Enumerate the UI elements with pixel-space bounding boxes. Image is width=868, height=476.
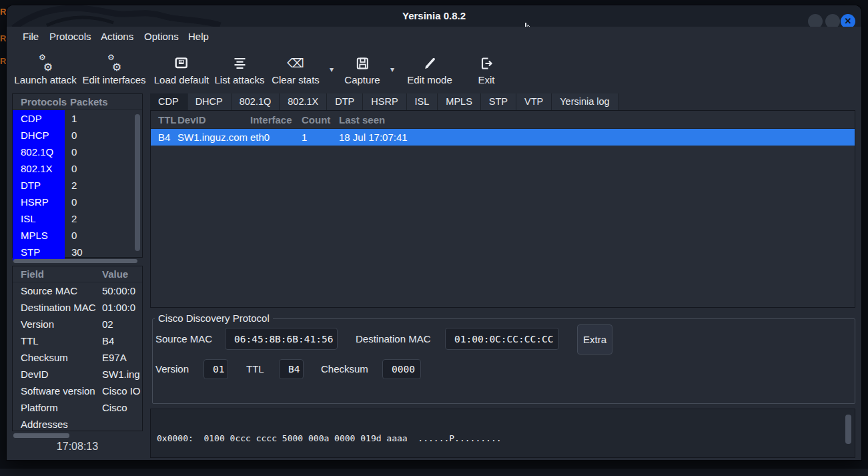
edit-interfaces-button[interactable]: ⚙⚙ Edit interfaces: [82, 54, 145, 85]
menubar: File Protocols Actions Options Help: [7, 27, 861, 46]
protocol-row-dhcp[interactable]: DHCP0: [13, 127, 142, 144]
yersinia-window: Yersinia 0.8.2 ✕ File Protocols Actions …: [7, 5, 861, 460]
clear-stats-button[interactable]: ⌫ Clear stats: [272, 54, 320, 85]
hexdump-text: 0x0000: 0100 0ccc cccc 5000 000a 0000 01…: [157, 413, 839, 453]
fields-horizontal-scrollbar[interactable]: [13, 433, 69, 438]
tab-8021x[interactable]: 802.1X: [280, 93, 327, 110]
field-row-checksum[interactable]: ChecksumE97A: [13, 349, 142, 366]
desktop-taskbar-strip: [0, 469, 868, 476]
field-row-devid[interactable]: DevIDSW1.ing: [13, 366, 142, 383]
desktop: RI RI RI Yersinia 0.8.2 ✕ File Protocols…: [0, 0, 868, 476]
protocols-horizontal-scrollbar[interactable]: [13, 259, 137, 263]
gears-icon: ⚙⚙: [38, 55, 53, 72]
protocols-vertical-scrollbar[interactable]: [135, 114, 140, 251]
tab-stp[interactable]: STP: [481, 93, 516, 110]
toolbar: ⚙⚙ Launch attack ⚙⚙ Edit interfaces: [7, 46, 861, 93]
launch-attack-button[interactable]: ⚙⚙ Launch attack: [14, 54, 76, 85]
titlebar[interactable]: Yersinia 0.8.2 ✕: [7, 5, 861, 27]
field-row-platform[interactable]: PlatformCisco: [13, 399, 142, 416]
tab-cdp[interactable]: CDP: [150, 93, 187, 110]
load-default-button[interactable]: Load default: [154, 54, 209, 85]
col-protocols: Protocols: [13, 96, 65, 107]
protocol-row-stp[interactable]: STP30: [13, 244, 142, 260]
tab-hsrp[interactable]: HSRP: [363, 93, 406, 110]
tab-8021q[interactable]: 802.1Q: [232, 93, 280, 110]
destination-mac-label: Destination MAC: [356, 333, 431, 345]
protocol-tabs: CDP DHCP 802.1Q 802.1X DTP HSRP ISL MPLS…: [150, 93, 618, 110]
menu-actions[interactable]: Actions: [101, 27, 133, 46]
destination-mac-field[interactable]: 01:00:0C:CC:CC:CC: [445, 328, 559, 350]
list-attacks-button[interactable]: List attacks: [214, 54, 264, 85]
col-value: Value: [102, 268, 128, 280]
menu-file[interactable]: File: [23, 27, 39, 46]
extra-button[interactable]: Extra: [577, 324, 612, 354]
capture-button[interactable]: Capture: [344, 54, 380, 85]
field-row-software-version[interactable]: Software versionCisco IO: [13, 383, 142, 399]
field-row-source-mac[interactable]: Source MAC50:00:0: [13, 282, 142, 299]
capture-dropdown-arrow[interactable]: ▾: [390, 65, 394, 74]
protocol-row-mpls[interactable]: MPLS0: [13, 227, 142, 244]
edit-mode-button[interactable]: Edit mode: [407, 54, 452, 85]
col-last-seen: Last seen: [339, 114, 855, 126]
menu-options[interactable]: Options: [144, 27, 179, 46]
tab-vtp[interactable]: VTP: [516, 93, 552, 110]
clock: 17:08:13: [12, 441, 143, 453]
close-button[interactable]: ✕: [841, 14, 855, 27]
exit-icon: [479, 56, 494, 71]
menu-help[interactable]: Help: [188, 27, 209, 46]
clear-stats-dropdown-arrow[interactable]: ▾: [330, 65, 334, 74]
source-mac-label: Source MAC: [155, 333, 212, 345]
fields-table-header: Field Value: [13, 266, 142, 282]
maximize-button[interactable]: [825, 14, 840, 27]
gears-icon: ⚙⚙: [107, 55, 121, 72]
hexdump-vertical-scrollbar[interactable]: [845, 415, 851, 444]
network-port-icon: [173, 55, 189, 71]
ttl-field[interactable]: B4: [279, 359, 304, 379]
exit-button[interactable]: Exit: [478, 54, 494, 85]
checksum-label: Checksum: [321, 363, 368, 375]
tab-dtp[interactable]: DTP: [327, 93, 363, 110]
minimize-button[interactable]: [808, 14, 823, 27]
ttl-label: TTL: [246, 363, 264, 375]
floppy-save-icon: [355, 56, 370, 71]
protocol-row-8021x[interactable]: 802.1X0: [13, 160, 142, 177]
list-icon: [232, 56, 247, 71]
cdp-frame-title: Cisco Discovery Protocol: [155, 312, 273, 324]
col-packets: Packets: [65, 96, 108, 107]
field-row-version[interactable]: Version02: [13, 316, 142, 332]
col-interface: Interface: [250, 114, 302, 126]
protocol-row-cdp[interactable]: CDP1: [13, 110, 142, 127]
packet-row-selected[interactable]: B4 SW1.inguz.com eth0 1 18 Jul 17:07:41: [151, 129, 855, 146]
tab-yersinia-log[interactable]: Yersinia log: [552, 93, 618, 110]
tab-isl[interactable]: ISL: [407, 93, 438, 110]
field-row-addresses[interactable]: Addresses: [13, 416, 142, 431]
hexdump-panel: 0x0000: 0100 0ccc cccc 5000 000a 0000 01…: [150, 409, 855, 458]
packet-table-header: TTL DevID Interface Count Last seen: [151, 111, 855, 129]
protocol-row-isl[interactable]: ISL2: [13, 210, 142, 227]
pencil-icon: [422, 56, 437, 71]
protocol-row-8021q[interactable]: 802.1Q0: [13, 144, 142, 160]
backspace-icon: ⌫: [287, 56, 304, 71]
packet-table: TTL DevID Interface Count Last seen B4 S…: [150, 110, 855, 308]
field-row-destination-mac[interactable]: Destination MAC01:00:0: [13, 299, 142, 316]
protocols-table-header: Protocols Packets: [13, 94, 142, 110]
checksum-field[interactable]: 0000: [382, 359, 421, 379]
protocol-row-dtp[interactable]: DTP2: [13, 177, 142, 194]
protocols-panel: Protocols Packets CDP1 DHCP0 802.1Q0 802…: [12, 93, 143, 258]
version-label: Version: [155, 363, 189, 375]
version-field[interactable]: 01: [203, 359, 228, 379]
col-count: Count: [302, 114, 339, 126]
fields-panel: Field Value Source MAC50:00:0 Destinatio…: [12, 266, 143, 431]
col-ttl: TTL: [151, 114, 177, 126]
menu-protocols[interactable]: Protocols: [49, 27, 91, 46]
tab-mpls[interactable]: MPLS: [438, 93, 481, 110]
window-title: Yersinia 0.8.2: [7, 5, 861, 27]
source-mac-field[interactable]: 06:45:8B:6B:41:56: [225, 328, 338, 350]
hex-line: 0x0000: 0100 0ccc cccc 5000 000a 0000 01…: [157, 433, 839, 444]
col-devid: DevID: [177, 114, 250, 126]
field-row-ttl[interactable]: TTLB4: [13, 332, 142, 349]
protocol-row-hsrp[interactable]: HSRP0: [13, 194, 142, 210]
tab-dhcp[interactable]: DHCP: [187, 93, 232, 110]
col-field: Field: [13, 268, 102, 280]
